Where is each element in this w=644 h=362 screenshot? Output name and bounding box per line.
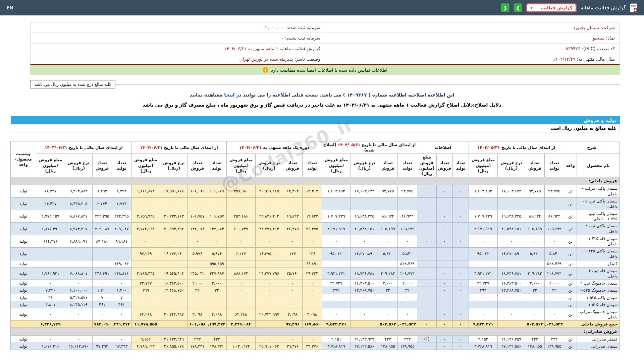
value-cell: ۰ [544, 197, 564, 210]
value-cell: ۰ [255, 301, 283, 308]
product-name-cell: سیمان پاکتی مرکب - داخلی [577, 185, 620, 197]
value-cell: ۱۶,۶۱۲,۸۷۰ [65, 343, 92, 350]
value-cell: ۰ [112, 308, 131, 320]
value-cell: ۱۰۶,۰۷۹ [187, 185, 207, 197]
product-row: کلینکر صادراتیتن۴۳۳۴۳۳۲۱,۱۳۶,۲۵۹۹,۱۵۲۰۰(… [10, 336, 620, 343]
value-cell: ۰ [302, 197, 322, 210]
language-toggle[interactable]: EN [7, 5, 13, 10]
status-cell: تولید [10, 223, 36, 235]
value-cell: ۰ [112, 248, 131, 260]
value-cell: ۲۰,۵۴۸,۱۵۱ [497, 223, 525, 235]
value-cell: ۰ [36, 260, 65, 267]
value-cell: ۳,۰۹۸ [283, 308, 302, 320]
value-cell: ۰ [92, 280, 112, 287]
value-cell: ۲,۷۷۴ [112, 197, 131, 210]
value-cell: ۰ [452, 223, 469, 235]
value-cell: ۰ [417, 287, 436, 294]
nav-forward-button[interactable]: ❯ [514, 3, 522, 12]
value-cell: ۳,۰۹۸ [187, 308, 207, 320]
value-cell: ۱۰۵,۶۹۹ [525, 223, 544, 235]
value-cell: ۰ [469, 301, 497, 308]
value-cell: ۱,۷۶۲,۹۲۱ [36, 267, 65, 280]
value-cell: ۲۱,۱۳۳,۹۴۹ [351, 336, 378, 343]
value-cell: ۱۷۸,۳۳۱ [207, 343, 226, 350]
report-type-select-inner: گزارش فعالیت ▾ [527, 4, 576, 11]
value-cell: ۲۱,۱۳۳,۹۴۹ [160, 336, 187, 343]
value-cell: ۰ [525, 308, 544, 320]
value-cell: ۱۰۵,۶۹۹ [544, 223, 564, 235]
value-cell: ۸,۲۴۵,۱۱۹ [65, 301, 92, 308]
table-header-column-row: نام محصولواحدتعداد تولیدتعداد فروشنرخ فر… [10, 154, 620, 177]
value-cell: ۲۰,۹۹۳,۲۹۲ [160, 223, 187, 235]
value-cell [160, 321, 187, 328]
value-cell: ۷ [92, 294, 112, 301]
unit-cell: تن [564, 280, 577, 287]
value-cell: ۲۰,۵۴۸,۱۵۱ [351, 223, 378, 235]
status-cell: تولید [10, 197, 36, 210]
value-cell: ۲۰۸,۷۷۳ [397, 267, 417, 280]
product-row: سیمان پاکتی ۴۲۵-۱ - داخلیتن۵,۸۴۰۵,۸۴۰۱۶,… [10, 248, 620, 260]
value-cell: ۰ [397, 235, 417, 247]
value-cell: ۰ [436, 248, 452, 260]
signature-match-banner: اطلاعات نمایش داده شده با اطلاعات امضا ش… [30, 65, 620, 75]
value-cell: ۰ [226, 336, 255, 343]
value-cell: ۰ [112, 280, 131, 287]
value-cell: ۲۲۲,۳۹۵ [112, 210, 131, 223]
value-cell: ۰ [322, 301, 351, 308]
value-cell: ۲۰۸,۷۷۳ [544, 267, 564, 280]
status-cell: تولید [10, 287, 36, 294]
value-cell: ۰ [497, 260, 525, 267]
product-row: سیمان فله ۴۲۵-۱ - داخلیتن۰۰۰۰۰۰۰۰۰۰۰۰۰۰۰… [10, 235, 620, 247]
desc-header: شرح [564, 141, 620, 154]
value-cell: ۱۷,۱۰۳,۶۴۲ [351, 185, 378, 197]
value-cell: ۶۰۱,۰۵۸ [187, 321, 207, 328]
value-cell: ۰ [469, 260, 497, 267]
column-header: تعداد فروش [525, 154, 544, 177]
value-cell: ۰ [525, 301, 544, 308]
value-cell: ۱,۰۳۱,۵۲۲ [544, 321, 564, 328]
nav-back-button[interactable]: ❮ [501, 3, 509, 12]
value-cell: ۰ [207, 235, 226, 247]
value-cell: ۶۴,۲۶۸ [131, 308, 160, 320]
value-cell: ۲۰,۷۴۴,۹۹۷ [160, 308, 187, 320]
value-cell: ۰ [378, 235, 397, 247]
value-cell: ۳,۷۶۸,۸۱۹ [469, 343, 497, 350]
product-row: سیمان پاکتی۵۲۵-۱تن۰۰۰۰۰۰۰۰۰۰۰۰۰۰۰۰۰۰۰۷۷۵… [10, 294, 620, 301]
report-type-select[interactable]: گزارش فعالیت ▾ [526, 3, 577, 12]
previous-version-link[interactable]: اینجا [224, 92, 234, 98]
product-row: کلینکرتن۵۲۸,۴۶۹۰۰۰۰۰۰۵۲۸,۴۶۹۰۰۰۶۶,۸۹۰۰۰۰… [10, 260, 620, 267]
value-cell: ۲۰۹,۰۸۷ [92, 223, 112, 235]
value-cell: ۳۵,۷۶۰ [283, 267, 302, 280]
value-cell: ۱۳۲,۰۷۴ [187, 223, 207, 235]
page-title: گزارش فعالیت ماهانه [581, 5, 626, 11]
value-cell: ۳,۸۰۱ [36, 301, 65, 308]
value-cell: ۰ [131, 235, 160, 247]
value-cell: ۱۶,۲۷۰,۸۹۰ [351, 248, 378, 260]
value-cell: ۰ [226, 280, 255, 287]
value-cell: ۰ [417, 197, 436, 210]
value-cell: ۱۰۶,۷۵۷ [207, 210, 226, 223]
value-cell: ۰ [544, 294, 564, 301]
value-cell: ۰ [302, 280, 322, 287]
value-cell: ۰ [417, 185, 436, 197]
value-cell: ۰ [452, 294, 469, 301]
value-cell: ۰ [255, 280, 283, 287]
value-cell: ۱۷۸,۳۳۱ [187, 343, 207, 350]
value-cell: ۰ [436, 185, 452, 197]
product-row: سیمان پاکتی مرکب - داخلیتن۹۳,۷۷۵۹۳,۷۷۵۱۷… [10, 185, 620, 197]
value-cell: ۰ [497, 235, 525, 247]
company-info-table: شرکت: سیمان بجنوردسرمایه ثبت شده: ۲,۰۰۰,… [30, 22, 620, 65]
value-cell: ۲۴۸,۶۹۱ [92, 267, 112, 280]
value-cell: ۲,۱۵۹,۹۲۵ [131, 210, 160, 223]
value-cell: ۰ [226, 235, 255, 247]
value-cell: ۹۳,۷۷۵ [544, 185, 564, 197]
value-cell: ۹۷,۲۹۳ [92, 343, 112, 350]
column-header: نرخ فروش (ریال) [160, 154, 187, 177]
value-cell: ۲,۷۷۲,۶۶۸ [131, 223, 160, 235]
value-cell: ۹۷,۴۹۶ [283, 321, 302, 328]
value-cell: ۰ [452, 321, 469, 328]
value-cell: ۰ [378, 301, 397, 308]
value-cell: ۲,۰۰۰ [397, 280, 417, 287]
value-cell: ۰ [469, 235, 497, 247]
value-cell: ۱,۱۹۹,۳۷۲ [207, 321, 226, 328]
